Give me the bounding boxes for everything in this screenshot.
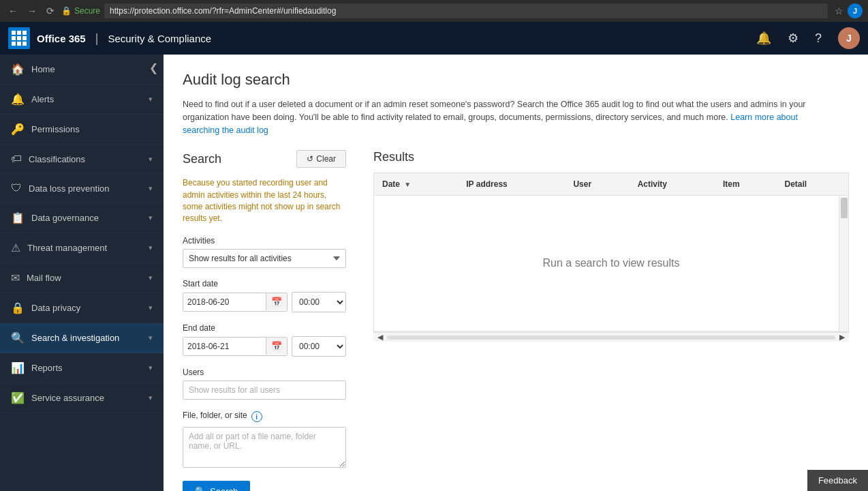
back-button[interactable]: ←: [5, 4, 20, 18]
chevron-down-icon: ▾: [149, 184, 153, 193]
waffle-menu-button[interactable]: [8, 27, 30, 49]
feedback-button[interactable]: Feedback: [807, 470, 868, 491]
description-text: Need to find out if a user deleted a doc…: [183, 98, 837, 136]
app-subtitle: Security & Compliance: [108, 33, 211, 44]
reports-icon: 📊: [11, 361, 25, 374]
chevron-down-icon: ▾: [149, 393, 153, 402]
two-col-layout: Search ↺ Clear Because you started recor…: [183, 150, 849, 491]
start-date-row: 📅 00:0001:0002:0003:0004:0005:0006:0007:…: [183, 292, 346, 312]
sidebar-item-label: Search & investigation: [31, 333, 142, 343]
clear-button[interactable]: ↺ Clear: [296, 150, 346, 168]
service-assurance-icon: ✅: [11, 391, 25, 404]
vertical-scrollbar-thumb[interactable]: [841, 198, 848, 218]
end-date-calendar-button[interactable]: 📅: [266, 338, 287, 355]
sidebar-item-data-loss-prevention[interactable]: 🛡 Data loss prevention ▾: [0, 174, 164, 203]
user-avatar[interactable]: J: [838, 27, 860, 49]
chevron-down-icon: ▾: [149, 303, 153, 312]
page-title: Audit log search: [183, 71, 849, 89]
sidebar-item-data-governance[interactable]: 📋 Data governance ▾: [0, 203, 164, 233]
empty-results-row: Run a search to view results: [374, 196, 848, 331]
empty-results-text: Run a search to view results: [382, 203, 840, 324]
lock-icon: 🔒: [61, 6, 72, 16]
url-bar[interactable]: [104, 3, 828, 18]
file-folder-textarea[interactable]: [183, 427, 346, 468]
start-date-input-wrap: 📅: [183, 293, 288, 312]
notification-icon[interactable]: 🔔: [756, 31, 771, 46]
end-date-field-group: End date 📅 00:0001:0002:0003:0004:0005:0…: [183, 323, 346, 357]
vertical-scrollbar[interactable]: [839, 196, 848, 332]
chevron-down-icon: ▾: [149, 95, 153, 104]
sidebar-item-classifications[interactable]: 🏷 Classifications ▾: [0, 145, 164, 174]
chevron-down-icon: ▾: [149, 333, 153, 342]
nav-separator: |: [95, 31, 99, 46]
search-panel-header: Search ↺ Clear: [183, 150, 346, 168]
chevron-down-icon: ▾: [149, 273, 153, 282]
sidebar-item-reports[interactable]: 📊 Reports ▾: [0, 353, 164, 383]
forward-button[interactable]: →: [25, 4, 40, 18]
help-icon[interactable]: ?: [815, 31, 822, 46]
secure-indicator: 🔒 Secure: [61, 6, 100, 16]
classifications-icon: 🏷: [11, 153, 22, 165]
sidebar-item-mail-flow[interactable]: ✉ Mail flow ▾: [0, 263, 164, 293]
end-date-input[interactable]: [183, 338, 266, 355]
end-time-select[interactable]: 00:0001:0002:0003:0004:0005:0006:0007:00…: [292, 336, 346, 357]
users-label: Users: [183, 368, 346, 377]
sidebar-item-label: Alerts: [31, 94, 142, 104]
home-icon: 🏠: [11, 63, 25, 76]
table-header-item: Item: [715, 173, 777, 196]
sidebar-item-permissions[interactable]: 🔑 Permissions: [0, 115, 164, 145]
sidebar-item-home[interactable]: 🏠 Home: [0, 55, 164, 85]
browser-profile-icon: J: [848, 3, 863, 18]
start-date-field-group: Start date 📅 00:0001:0002:0003:0004:0005…: [183, 279, 346, 312]
data-governance-icon: 📋: [11, 211, 25, 224]
table-header-detail: Detail: [777, 173, 848, 196]
settings-icon[interactable]: ⚙: [788, 31, 799, 46]
sidebar-item-label: Home: [31, 64, 153, 74]
table-header-row: Date ▼ IP address User Act: [374, 173, 848, 196]
users-input[interactable]: [183, 381, 346, 400]
sidebar-item-label: Classifications: [29, 154, 142, 164]
scroll-right-button[interactable]: ▶: [835, 333, 849, 342]
scroll-track: [387, 336, 835, 340]
sidebar: ❮ 🏠 Home 🔔 Alerts ▾ 🔑 Permissions 🏷 Clas…: [0, 55, 164, 491]
start-date-input[interactable]: [183, 293, 266, 311]
chevron-down-icon: ▾: [149, 363, 153, 372]
chevron-down-icon: ▾: [149, 213, 153, 222]
file-folder-label-row: File, folder, or site i: [183, 411, 346, 423]
threat-management-icon: ⚠: [11, 241, 20, 254]
bookmark-icon[interactable]: ☆: [835, 5, 843, 16]
sidebar-item-service-assurance[interactable]: ✅ Service assurance ▾: [0, 383, 164, 413]
results-table-wrap: Date ▼ IP address User Act: [373, 173, 849, 332]
activities-select[interactable]: Show results for all activities: [183, 249, 346, 268]
end-date-row: 📅 00:0001:0002:0003:0004:0005:0006:0007:…: [183, 336, 346, 357]
chevron-down-icon: ▾: [149, 155, 153, 164]
sidebar-item-threat-management[interactable]: ⚠ Threat management ▾: [0, 233, 164, 263]
start-date-calendar-button[interactable]: 📅: [266, 293, 287, 310]
sidebar-item-label: Threat management: [27, 243, 142, 253]
sidebar-item-label: Permissions: [31, 124, 153, 134]
scroll-left-button[interactable]: ◀: [373, 333, 387, 342]
end-date-label: End date: [183, 323, 346, 333]
search-panel: Search ↺ Clear Because you started recor…: [183, 150, 346, 491]
table-header-ip-address: IP address: [458, 173, 565, 196]
sidebar-item-alerts[interactable]: 🔔 Alerts ▾: [0, 85, 164, 115]
info-icon[interactable]: i: [251, 411, 262, 422]
sidebar-item-label: Mail flow: [27, 273, 142, 283]
table-header-user: User: [565, 173, 629, 196]
sidebar-collapse-button[interactable]: ❮: [149, 61, 158, 74]
sidebar-item-data-privacy[interactable]: 🔒 Data privacy ▾: [0, 293, 164, 323]
search-button[interactable]: 🔍 Search: [183, 481, 250, 491]
sidebar-item-label: Data privacy: [31, 303, 142, 313]
content-area: Audit log search Need to find out if a u…: [164, 55, 868, 491]
sidebar-item-search-investigation[interactable]: 🔍 Search & investigation ▾: [0, 323, 164, 353]
refresh-button[interactable]: ⟳: [44, 4, 57, 18]
activities-field-group: Activities Show results for all activiti…: [183, 236, 346, 268]
results-section-title: Results: [373, 150, 849, 164]
mail-flow-icon: ✉: [11, 271, 20, 284]
results-panel: Results Date ▼ IP address: [373, 150, 849, 342]
table-header-date[interactable]: Date ▼: [374, 173, 458, 196]
horizontal-scrollbar[interactable]: ◀ ▶: [373, 332, 849, 342]
start-time-select[interactable]: 00:0001:0002:0003:0004:0005:0006:0007:00…: [292, 292, 346, 312]
sidebar-item-label: Data loss prevention: [29, 183, 142, 194]
start-date-label: Start date: [183, 279, 346, 288]
